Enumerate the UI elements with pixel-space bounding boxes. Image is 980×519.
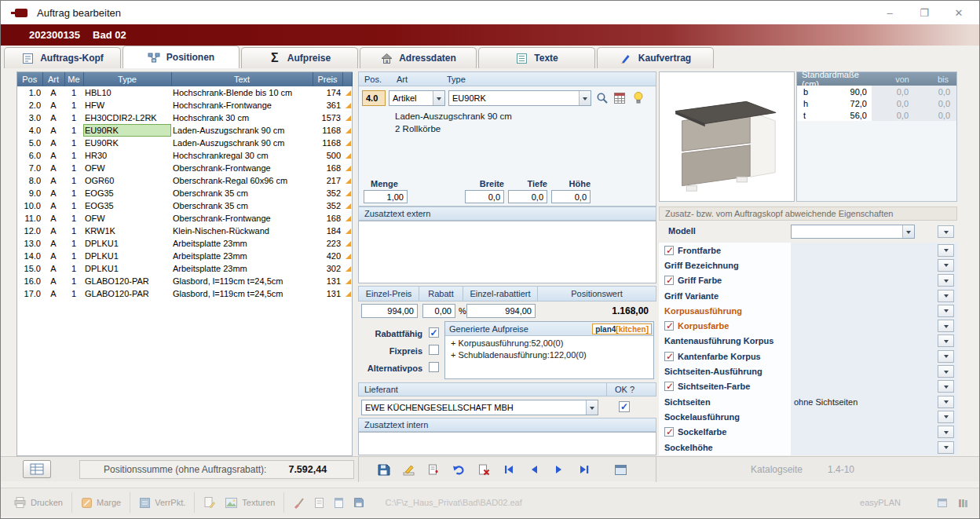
dimension-bis[interactable]: 0,0 (915, 86, 956, 97)
window-small-button[interactable] (937, 498, 948, 508)
table-row[interactable]: 13.0 A 1 DPLKU1 Arbeitsplatte 23mm 223 (17, 237, 352, 250)
table-row[interactable]: 14.0 A 1 DPLKU1 Arbeitsplatte 23mm 420 (17, 250, 352, 262)
document-button[interactable] (314, 497, 324, 509)
property-checkbox[interactable]: ✓ (664, 276, 674, 285)
edit-icon[interactable] (401, 462, 415, 477)
tab-auftrags-kopf[interactable]: Auftrags-Kopf (4, 47, 121, 68)
table-row[interactable]: 1.0 A 1 HBL10 Hochschrank-Blende bis 10 … (17, 86, 352, 99)
nav-next-icon[interactable] (552, 462, 566, 477)
chevron-down-icon[interactable] (586, 400, 598, 415)
rabatt-field[interactable]: 0,00 (422, 304, 455, 318)
table-row[interactable]: 8.0 A 1 OGR60 Oberschrank-Regal 60x96 cm… (17, 174, 352, 187)
property-checkbox[interactable]: ✓ (664, 246, 674, 255)
dimension-value[interactable]: 72,0 (814, 97, 872, 109)
col-header-art[interactable]: Art (42, 72, 64, 86)
hoehe-field[interactable]: 0,0 (551, 190, 591, 203)
table-row[interactable]: 6.0 A 1 HR30 Hochschrankregal 30 cm 500 (17, 149, 352, 162)
property-dropdown[interactable] (938, 259, 954, 272)
nav-last-icon[interactable] (577, 462, 591, 477)
positions-list-button[interactable] (23, 460, 51, 478)
table-row[interactable]: 7.0 A 1 OFW Oberschrank-Frontwange 168 (17, 162, 352, 174)
table-row[interactable]: 2.0 A 1 HFW Hochschrank-Frontwange 361 (17, 99, 352, 111)
dimension-value[interactable]: 90,0 (814, 86, 872, 97)
property-dropdown[interactable] (938, 274, 954, 287)
property-checkbox[interactable]: ✓ (664, 427, 674, 437)
property-checkbox[interactable]: ✓ (664, 382, 674, 391)
document-button[interactable] (334, 497, 344, 509)
position-number-field[interactable]: 4.0 (362, 90, 386, 106)
lieferant-select[interactable]: EWE KÜCHENGESELLSCHAFT MBH (361, 400, 598, 415)
brush-button[interactable] (293, 497, 305, 509)
table-row[interactable]: 17.0 A 1 GLABO120-PAR Glasbord, l=119cm … (17, 287, 352, 300)
tiefe-field[interactable]: 0,0 (508, 190, 547, 203)
zusatztext-intern-area[interactable] (358, 432, 656, 455)
drucken-button[interactable]: Drucken (13, 496, 63, 509)
maximize-button[interactable]: ❐ (907, 1, 942, 24)
table-row[interactable]: 16.0 A 1 GLABO120-PAR Glasbord, l=119cm … (17, 275, 352, 287)
table-row[interactable]: 10.0 A 1 EOG35 Oberschrank 35 cm 352 (17, 199, 352, 212)
property-dropdown[interactable] (938, 380, 954, 393)
property-dropdown[interactable] (938, 441, 954, 454)
einzelpreis-field[interactable]: 994,00 (361, 304, 418, 318)
save-icon[interactable] (376, 462, 390, 477)
close-button[interactable]: ✕ (942, 1, 976, 24)
type-select[interactable]: EU90RK (448, 90, 591, 106)
art-select[interactable]: Artikel (389, 90, 445, 106)
catalog-grid-icon[interactable] (613, 92, 626, 106)
flag-checkbox[interactable]: ✓ (429, 327, 439, 338)
chevron-down-icon[interactable] (902, 225, 914, 238)
tab-adressdaten[interactable]: Adressdaten (360, 47, 477, 68)
undo-icon[interactable] (452, 462, 466, 477)
breite-field[interactable]: 0,0 (465, 190, 504, 203)
property-dropdown[interactable] (938, 411, 954, 423)
table-row[interactable]: 9.0 A 1 EOG35 Oberschrank 35 cm 352 (17, 187, 352, 199)
dimension-von[interactable]: 0,0 (872, 109, 915, 121)
property-dropdown[interactable] (938, 396, 954, 408)
modell-select[interactable] (791, 225, 915, 239)
tab-kaufvertrag[interactable]: Kaufvertrag (597, 47, 714, 68)
property-dropdown[interactable] (938, 305, 954, 317)
table-row[interactable]: 15.0 A 1 DPLKU1 Arbeitsplatte 23mm 302 (17, 262, 352, 275)
table-row[interactable]: 5.0 A 1 EU90RK Laden-Auszugschrank 90 cm… (17, 137, 352, 149)
table-row[interactable]: 11.0 A 1 OFW Oberschrank-Frontwange 168 (17, 212, 352, 225)
property-dropdown[interactable] (938, 334, 954, 347)
table-row[interactable]: 3.0 A 1 EH30CDIR2-L2RK Hochschrank 30 cm… (17, 111, 352, 124)
nav-prev-icon[interactable] (527, 462, 541, 477)
window-icon[interactable] (613, 462, 627, 477)
flag-checkbox[interactable]: ✓ (429, 345, 439, 355)
dimension-von[interactable]: 0,0 (872, 86, 915, 97)
copy-icon[interactable] (426, 462, 441, 477)
col-header-pos[interactable]: Pos (17, 72, 42, 86)
tab-aufpreise[interactable]: Σ Aufpreise (241, 47, 358, 68)
save-small-button[interactable] (353, 497, 364, 508)
col-header-preis[interactable]: Preis (313, 72, 342, 86)
table-row[interactable]: 4.0 A 1 EU90RK Laden-Auszugschrank 90 cm… (17, 124, 352, 137)
nav-first-icon[interactable] (502, 462, 516, 477)
marge-button[interactable]: Marge (81, 497, 121, 509)
delete-icon[interactable] (477, 462, 491, 477)
dimension-value[interactable]: 56,0 (814, 109, 872, 121)
flag-checkbox[interactable]: ✓ (429, 362, 439, 372)
col-header-type[interactable]: Type (83, 72, 171, 86)
zusatztext-extern-area[interactable] (358, 221, 656, 283)
tab-texte[interactable]: Texte (478, 47, 595, 68)
property-dropdown[interactable] (938, 350, 954, 363)
dimension-bis[interactable]: 0,0 (915, 97, 956, 109)
chevron-down-icon[interactable] (433, 91, 444, 105)
table-row[interactable]: 12.0 A 1 KRW1K Klein-Nischen-Rückwand 18… (17, 225, 352, 237)
lightbulb-icon[interactable] (632, 91, 645, 106)
dimension-von[interactable]: 0,0 (872, 97, 915, 109)
modell-dropdown[interactable] (938, 225, 954, 238)
minimize-button[interactable]: – (872, 1, 907, 24)
page-edit-button[interactable] (203, 496, 215, 509)
tab-positionen[interactable]: Positionen (122, 46, 240, 68)
property-dropdown[interactable] (938, 290, 954, 302)
ok-checkbox[interactable]: ✓ (619, 401, 630, 412)
einzel-rabattiert-field[interactable]: 994,00 (466, 304, 536, 318)
books-small-button[interactable] (957, 498, 968, 508)
texturen-button[interactable]: Texturen (225, 497, 275, 509)
property-dropdown[interactable] (938, 365, 954, 378)
property-dropdown[interactable] (938, 244, 954, 257)
col-header-me[interactable]: Me (64, 72, 83, 86)
property-checkbox[interactable]: ✓ (664, 321, 674, 331)
